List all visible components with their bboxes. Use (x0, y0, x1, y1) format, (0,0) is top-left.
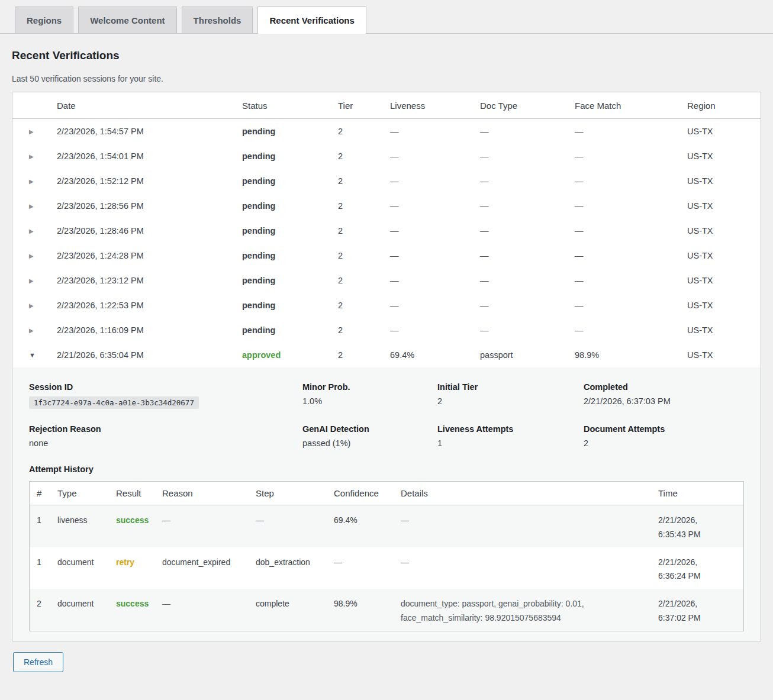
page-title: Recent Verifications (12, 49, 773, 62)
cell-region: US-TX (687, 243, 761, 268)
tab-bar: Regions Welcome Content Thresholds Recen… (0, 0, 773, 34)
field-session-id: Session ID 1f3c7724-e97a-4c0a-a01e-3b3c3… (29, 382, 302, 409)
cell-doc-type: passport (480, 343, 575, 367)
tab-thresholds[interactable]: Thresholds (182, 7, 253, 33)
cell-liveness: — (390, 293, 480, 318)
cell-face-match: — (575, 169, 687, 193)
tab-recent-verifications[interactable]: Recent Verifications (257, 7, 366, 34)
cell-tier: 2 (338, 343, 390, 367)
header-type: Type (57, 482, 116, 505)
cell-doc-type: — (480, 243, 575, 268)
cell-liveness: — (390, 144, 480, 169)
cell-num: 1 (30, 505, 57, 533)
field-document-attempts: Document Attempts 2 (584, 424, 744, 448)
caret-right-icon[interactable]: ▶ (12, 245, 57, 267)
cell-step: complete (256, 589, 334, 617)
cell-region: US-TX (687, 144, 761, 169)
field-genai-detection: GenAI Detection passed (1%) (302, 424, 437, 448)
caret-down-icon[interactable]: ▼ (12, 344, 57, 366)
cell-liveness: — (390, 193, 480, 218)
cell-confidence: — (334, 547, 401, 575)
table-row[interactable]: ▶ 2/23/2026, 1:16:09 PM pending 2 — — — … (12, 318, 761, 343)
cell-date: 2/23/2026, 1:22:53 PM (57, 293, 242, 318)
cell-time: 2/21/2026, 6:37:02 PM (658, 589, 720, 631)
header-face-match: Face Match (575, 92, 687, 118)
caret-right-icon[interactable]: ▶ (12, 170, 57, 192)
cell-liveness: — (390, 218, 480, 243)
table-row[interactable]: ▶ 2/23/2026, 1:28:46 PM pending 2 — — — … (12, 218, 761, 243)
caret-right-icon[interactable]: ▶ (12, 195, 57, 217)
table-row[interactable]: ▶ 2/23/2026, 1:22:53 PM pending 2 — — — … (12, 293, 761, 318)
field-label: Minor Prob. (302, 382, 437, 392)
page-subtitle: Last 50 verification sessions for your s… (12, 74, 773, 83)
cell-tier: 2 (338, 268, 390, 293)
field-label: Rejection Reason (29, 424, 302, 434)
cell-type: document (57, 547, 116, 575)
table-row[interactable]: ▶ 2/23/2026, 1:28:56 PM pending 2 — — — … (12, 193, 761, 218)
field-value: 2 (584, 438, 744, 448)
caret-right-icon[interactable]: ▶ (12, 220, 57, 242)
session-detail-panel: Session ID 1f3c7724-e97a-4c0a-a01e-3b3c3… (12, 367, 761, 641)
table-row[interactable]: ▶ 2/23/2026, 1:24:28 PM pending 2 — — — … (12, 243, 761, 268)
caret-right-icon[interactable]: ▶ (12, 320, 57, 341)
tab-welcome-content[interactable]: Welcome Content (78, 7, 176, 33)
cell-tier: 2 (338, 119, 390, 144)
cell-date: 2/23/2026, 1:52:12 PM (57, 169, 242, 193)
field-value: 2 (437, 396, 584, 406)
caret-right-icon[interactable]: ▶ (12, 146, 57, 167)
cell-doc-type: — (480, 119, 575, 144)
status-badge: pending (242, 144, 338, 169)
cell-liveness: — (390, 169, 480, 193)
table-row[interactable]: ▶ 2/23/2026, 1:52:12 PM pending 2 — — — … (12, 169, 761, 193)
header-result: Result (116, 482, 162, 505)
field-initial-tier: Initial Tier 2 (437, 382, 584, 409)
cell-step: dob_extraction (256, 547, 334, 575)
cell-region: US-TX (687, 343, 761, 367)
header-expander (12, 98, 57, 114)
attempt-row: 2 document success — complete 98.9% docu… (30, 589, 743, 631)
status-badge: pending (242, 218, 338, 243)
table-row[interactable]: ▶ 2/23/2026, 1:54:01 PM pending 2 — — — … (12, 144, 761, 169)
cell-type: document (57, 589, 116, 617)
status-badge: pending (242, 318, 338, 343)
cell-face-match: — (575, 144, 687, 169)
cell-face-match: — (575, 218, 687, 243)
cell-liveness: — (390, 243, 480, 268)
cell-tier: 2 (338, 218, 390, 243)
field-value: 2/21/2026, 6:37:03 PM (584, 396, 744, 406)
header-details: Details (401, 482, 658, 505)
cell-reason: — (162, 589, 256, 617)
cell-region: US-TX (687, 169, 761, 193)
cell-details: — (401, 547, 658, 575)
cell-liveness: — (390, 268, 480, 293)
field-rejection-reason: Rejection Reason none (29, 424, 302, 448)
cell-confidence: 69.4% (334, 505, 401, 533)
cell-region: US-TX (687, 268, 761, 293)
cell-date: 2/21/2026, 6:35:04 PM (57, 343, 242, 367)
cell-date: 2/23/2026, 1:16:09 PM (57, 318, 242, 343)
cell-date: 2/23/2026, 1:54:57 PM (57, 119, 242, 144)
cell-date: 2/23/2026, 1:54:01 PM (57, 144, 242, 169)
cell-liveness: 69.4% (390, 343, 480, 367)
cell-region: US-TX (687, 218, 761, 243)
table-row[interactable]: ▶ 2/23/2026, 1:54:57 PM pending 2 — — — … (12, 119, 761, 144)
header-region: Region (687, 92, 761, 118)
table-row-expanded[interactable]: ▼ 2/21/2026, 6:35:04 PM approved 2 69.4%… (12, 343, 761, 367)
header-tier: Tier (338, 92, 390, 118)
caret-right-icon[interactable]: ▶ (12, 121, 57, 143)
header-status: Status (242, 92, 338, 118)
field-completed: Completed 2/21/2026, 6:37:03 PM (584, 382, 744, 409)
cell-details: document_type: passport, genai_probabili… (401, 589, 658, 631)
header-step: Step (256, 482, 334, 505)
tab-regions[interactable]: Regions (15, 7, 73, 33)
cell-face-match: — (575, 318, 687, 343)
refresh-button[interactable]: Refresh (13, 652, 63, 672)
cell-type: liveness (57, 505, 116, 533)
session-id-value: 1f3c7724-e97a-4c0a-a01e-3b3c34d20677 (29, 396, 199, 409)
field-label: Document Attempts (584, 424, 744, 434)
cell-confidence: 98.9% (334, 589, 401, 617)
caret-right-icon[interactable]: ▶ (12, 295, 57, 317)
field-value: none (29, 438, 302, 448)
table-row[interactable]: ▶ 2/23/2026, 1:23:12 PM pending 2 — — — … (12, 268, 761, 293)
caret-right-icon[interactable]: ▶ (12, 270, 57, 292)
